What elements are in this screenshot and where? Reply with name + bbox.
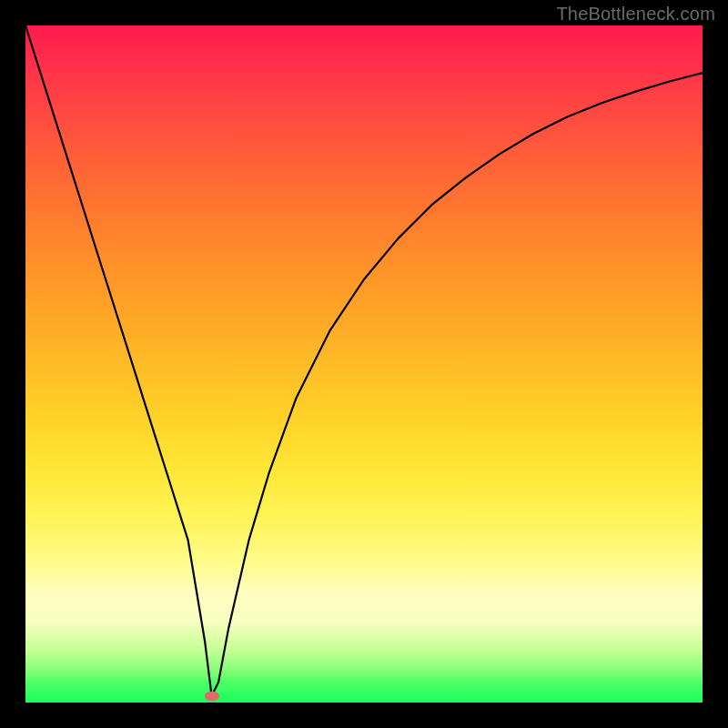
frame: TheBottleneck.com (0, 0, 728, 728)
chart-canvas (25, 25, 703, 703)
chart-svg (25, 25, 703, 703)
watermark-text: TheBottleneck.com (556, 4, 715, 25)
optimal-point-marker (205, 691, 219, 701)
bottleneck-curve (25, 25, 703, 696)
